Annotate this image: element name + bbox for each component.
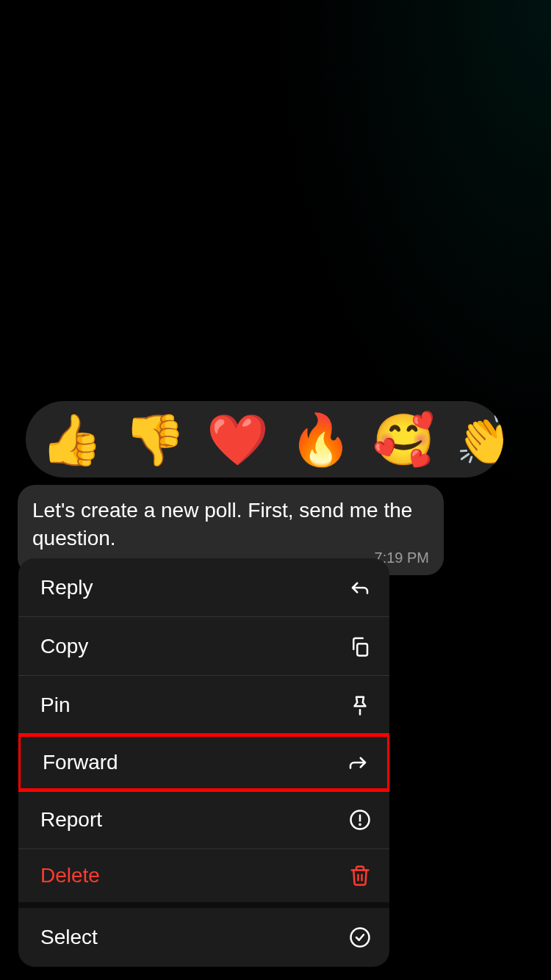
- menu-label-reply: Reply: [40, 576, 93, 599]
- menu-label-report: Report: [40, 808, 102, 832]
- reaction-thumbs-down[interactable]: 👎: [123, 414, 186, 464]
- reaction-heart[interactable]: ❤️: [206, 414, 269, 464]
- select-icon: [348, 926, 372, 949]
- svg-point-3: [359, 824, 360, 824]
- menu-item-report[interactable]: Report: [18, 790, 389, 849]
- menu-label-pin: Pin: [40, 693, 70, 717]
- menu-item-reply[interactable]: Reply: [18, 558, 389, 617]
- menu-label-delete: Delete: [40, 864, 100, 887]
- reactions-bar: 👍 👎 ❤️ 🔥 🥰 👏 😁: [26, 401, 503, 478]
- message-text: Let's create a new poll. First, send me …: [32, 497, 429, 552]
- menu-label-copy: Copy: [40, 635, 88, 658]
- menu-label-forward: Forward: [43, 751, 118, 774]
- menu-item-forward[interactable]: Forward: [18, 733, 389, 792]
- trash-icon: [348, 864, 372, 887]
- reaction-clap[interactable]: 👏: [455, 414, 503, 464]
- menu-item-delete[interactable]: Delete: [18, 849, 389, 908]
- reaction-smiling-hearts[interactable]: 🥰: [372, 414, 435, 464]
- svg-rect-0: [357, 644, 367, 655]
- reply-icon: [348, 576, 372, 599]
- menu-label-select: Select: [40, 926, 98, 949]
- copy-icon: [348, 635, 372, 658]
- pin-icon: [348, 693, 372, 717]
- report-icon: [348, 808, 372, 832]
- reaction-fire[interactable]: 🔥: [289, 414, 352, 464]
- forward-icon: [346, 751, 370, 774]
- menu-item-pin[interactable]: Pin: [18, 676, 389, 735]
- menu-item-copy[interactable]: Copy: [18, 617, 389, 676]
- menu-item-select[interactable]: Select: [18, 908, 389, 967]
- svg-point-6: [351, 929, 370, 947]
- context-menu: Reply Copy Pin Forward: [18, 558, 389, 967]
- reaction-thumbs-up[interactable]: 👍: [40, 414, 103, 464]
